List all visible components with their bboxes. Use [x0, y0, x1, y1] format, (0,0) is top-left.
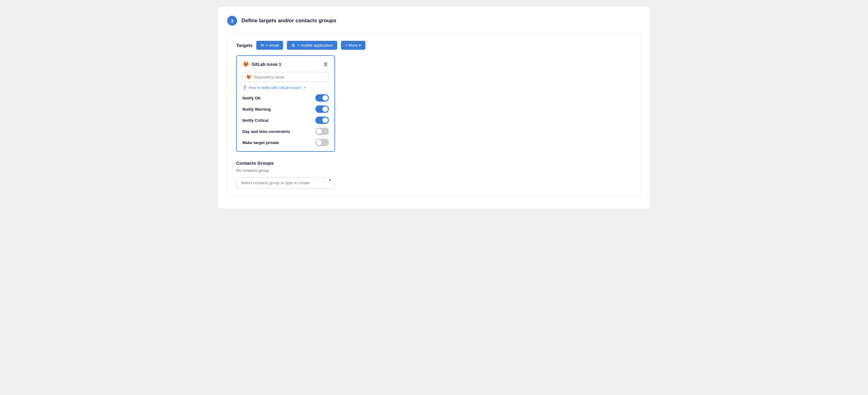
page-container: 3 Define targets and/or contacts groups … [218, 6, 650, 209]
notify-ok-row: Notify OK [242, 94, 329, 102]
external-link-icon: ↗ [303, 86, 306, 90]
notify-ok-toggle[interactable] [315, 94, 329, 102]
repo-input-wrapper[interactable]: 🦊 [242, 72, 329, 82]
notify-critical-toggle[interactable] [315, 117, 329, 124]
toggle-knob [322, 95, 328, 101]
day-time-toggle[interactable] [315, 128, 329, 135]
page-title: Define targets and/or contacts groups [241, 18, 336, 24]
contacts-groups-title: Contacts Groups [236, 160, 632, 166]
card-header: 🦊 GitLab issue 1 🗑 [242, 61, 329, 68]
main-section: Targets ✉ + email 🖥 + mobile application… [227, 33, 641, 196]
trash-icon: 🗑 [323, 61, 328, 67]
private-toggle[interactable] [315, 139, 329, 146]
email-button[interactable]: ✉ + email [256, 41, 283, 50]
delete-button[interactable]: 🗑 [323, 61, 329, 68]
mobile-application-button[interactable]: 🖥 + mobile application [287, 41, 337, 50]
notify-warning-label: Notify Warning [242, 107, 271, 112]
help-link[interactable]: ❓ How to notify with GitLab issue? ↗ [242, 86, 329, 90]
question-icon: ❓ [242, 86, 247, 90]
card-title-row: 🦊 GitLab issue 1 [242, 61, 281, 68]
targets-label: Targets [236, 43, 252, 48]
more-button[interactable]: + More ▾ [341, 41, 365, 50]
notify-critical-label: Notify Critical [242, 118, 269, 123]
toggle-knob [316, 128, 322, 134]
toggle-knob [322, 106, 328, 112]
notify-ok-label: Notify OK [242, 96, 261, 100]
day-time-row: Day and time constraints [242, 128, 329, 135]
contacts-section: Contacts Groups No contacts group ▾ [236, 160, 632, 188]
step-badge: 3 [227, 16, 237, 26]
email-icon: ✉ [260, 43, 264, 48]
chevron-down-icon[interactable]: ▾ [325, 177, 335, 182]
repository-name-input[interactable] [254, 75, 326, 80]
step-header: 3 Define targets and/or contacts groups [227, 16, 641, 26]
select-contacts-input[interactable] [237, 177, 325, 188]
no-contacts-text: No contacts group [236, 168, 632, 173]
email-button-label: + email [266, 43, 279, 48]
private-row: Make target private [242, 139, 329, 146]
notify-warning-row: Notify Warning [242, 105, 329, 113]
toggle-knob [322, 117, 328, 123]
help-link-text: How to notify with GitLab issue? [249, 86, 301, 90]
day-time-label: Day and time constraints [242, 129, 290, 134]
gitlab-small-icon: 🦊 [246, 74, 252, 80]
more-button-label: + More ▾ [345, 43, 361, 48]
notify-warning-toggle[interactable] [315, 105, 329, 113]
gitlab-icon: 🦊 [242, 61, 249, 68]
targets-header: Targets ✉ + email 🖥 + mobile application… [236, 41, 632, 50]
toggle-knob [316, 140, 322, 145]
notify-critical-row: Notify Critical [242, 117, 329, 124]
card-title: GitLab issue 1 [252, 62, 281, 67]
select-contacts-wrapper[interactable]: ▾ [236, 177, 335, 188]
private-label: Make target private [242, 140, 279, 145]
gitlab-card: 🦊 GitLab issue 1 🗑 🦊 ❓ How to notify wit… [236, 55, 335, 152]
mobile-icon: 🖥 [291, 43, 295, 48]
mobile-button-label: + mobile application [297, 43, 333, 48]
